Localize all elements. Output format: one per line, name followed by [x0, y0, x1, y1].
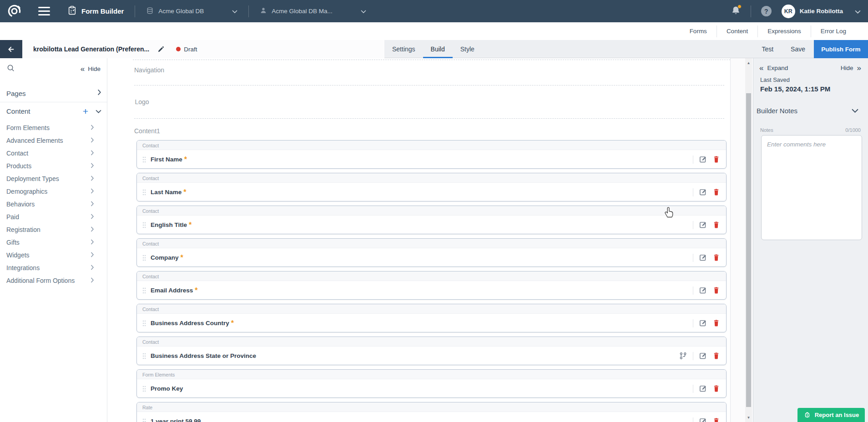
- profile-database-selector[interactable]: Acme Global DB Ma...: [260, 7, 366, 15]
- drag-handle-icon[interactable]: [142, 386, 146, 392]
- form-field-card[interactable]: Contact First Name *: [136, 140, 727, 169]
- form-field-card[interactable]: Form Elements Promo Key: [136, 369, 727, 398]
- omeda-logo-icon[interactable]: [6, 4, 22, 19]
- delete-field-button[interactable]: [713, 188, 720, 196]
- edit-field-button[interactable]: [699, 156, 707, 163]
- sidebar-section-pages[interactable]: Pages: [0, 85, 107, 102]
- delete-field-button[interactable]: [713, 352, 720, 360]
- drag-handle-icon[interactable]: [142, 287, 146, 294]
- sidebar-category-item[interactable]: Integrations: [0, 261, 107, 274]
- drag-handle-icon[interactable]: [142, 222, 146, 228]
- drag-handle-icon[interactable]: [142, 255, 146, 261]
- sidebar-hide-label: Hide: [88, 65, 101, 72]
- links-bar-link[interactable]: Error Log: [811, 25, 856, 37]
- required-asterisk: *: [231, 319, 234, 327]
- save-button[interactable]: Save: [782, 40, 814, 58]
- sidebar-category-item[interactable]: Form Elements: [0, 121, 107, 134]
- product-brand: Form Builder: [67, 5, 124, 17]
- links-bar-link[interactable]: Expressions: [757, 25, 811, 37]
- form-field-card[interactable]: Contact Business Address Country *: [136, 304, 727, 332]
- report-an-issue-button[interactable]: Report an Issue: [797, 408, 865, 422]
- sidebar-category-item[interactable]: Advanced Elements: [0, 134, 107, 147]
- form-field-card[interactable]: Contact English Title *: [136, 206, 727, 234]
- edit-field-button[interactable]: [699, 417, 707, 422]
- builder-tab[interactable]: Style: [453, 40, 482, 58]
- field-category-label: Contact: [137, 206, 726, 216]
- form-field-card[interactable]: Contact Company *: [136, 238, 727, 267]
- chevron-down-icon[interactable]: [855, 7, 861, 15]
- user-menu[interactable]: Katie Robilotta: [800, 8, 843, 15]
- sidebar-category-item[interactable]: Contact: [0, 147, 107, 160]
- edit-field-button[interactable]: [699, 254, 707, 261]
- notes-textarea[interactable]: [761, 135, 862, 240]
- hamburger-menu-icon[interactable]: [38, 7, 50, 15]
- edit-field-button[interactable]: [699, 352, 707, 360]
- drag-handle-icon[interactable]: [142, 156, 146, 163]
- add-content-icon[interactable]: +: [83, 106, 88, 116]
- test-button[interactable]: Test: [753, 40, 782, 58]
- collapse-double-chevron-icon: «: [759, 64, 763, 72]
- sidebar-category-item[interactable]: Products: [0, 160, 107, 172]
- field-row: 1 year print 59.99: [137, 412, 726, 422]
- vertical-scrollbar[interactable]: ▲ ▼: [745, 58, 752, 422]
- edit-field-button[interactable]: [699, 221, 707, 229]
- sidebar-section-content[interactable]: Content +: [0, 102, 107, 120]
- builder-tab[interactable]: Build: [423, 40, 453, 58]
- sidebar-hide-toggle[interactable]: « Hide: [81, 65, 101, 73]
- sidebar-category-item[interactable]: Demographics: [0, 185, 107, 198]
- links-bar-link[interactable]: Forms: [680, 25, 717, 37]
- edit-title-pencil-icon[interactable]: [157, 46, 164, 53]
- required-asterisk: *: [184, 156, 187, 164]
- chevron-down-icon[interactable]: [96, 107, 101, 115]
- links-bar-link[interactable]: Content: [717, 25, 757, 37]
- delete-field-button[interactable]: [713, 221, 720, 229]
- sidebar-category-item[interactable]: Additional Form Options: [0, 274, 107, 287]
- chevron-down-icon: [852, 106, 858, 115]
- drag-handle-icon[interactable]: [142, 418, 146, 422]
- form-field-card[interactable]: Contact Last Name *: [136, 173, 727, 201]
- search-icon[interactable]: [7, 64, 15, 74]
- builder-notes-header[interactable]: Builder Notes: [757, 106, 858, 115]
- chevron-right-icon: [91, 187, 94, 196]
- panel-expand-toggle[interactable]: « Expand: [759, 64, 788, 72]
- scrollbar-thumb[interactable]: [746, 93, 751, 407]
- form-field-card[interactable]: Rate 1 year print 59.99: [136, 402, 727, 422]
- actions-divider: [693, 352, 693, 360]
- branch-logic-button[interactable]: [679, 352, 687, 360]
- delete-field-button[interactable]: [713, 254, 720, 261]
- edit-field-button[interactable]: [699, 385, 707, 392]
- edit-field-button[interactable]: [699, 188, 707, 196]
- content-category-list: Form Elements Advanced Elements Contact: [0, 121, 107, 287]
- sidebar-category-item[interactable]: Paid: [0, 211, 107, 223]
- edit-field-button[interactable]: [699, 286, 707, 294]
- avatar[interactable]: KR: [782, 5, 795, 18]
- edit-field-button[interactable]: [699, 319, 707, 327]
- notifications-bell-icon[interactable]: [731, 5, 741, 17]
- delete-field-button[interactable]: [713, 156, 720, 163]
- delete-field-button[interactable]: [713, 417, 720, 422]
- sidebar-category-item[interactable]: Behaviors: [0, 198, 107, 211]
- drag-handle-icon[interactable]: [142, 320, 146, 327]
- database-selector[interactable]: Acme Global DB: [146, 7, 237, 16]
- sidebar-category-item[interactable]: Registration: [0, 223, 107, 236]
- person-icon: [260, 7, 267, 15]
- delete-field-button[interactable]: [713, 319, 720, 327]
- publish-form-button[interactable]: Publish Form: [814, 40, 868, 58]
- drag-handle-icon[interactable]: [142, 353, 146, 359]
- product-title: Form Builder: [81, 7, 124, 15]
- drag-handle-icon[interactable]: [142, 189, 146, 196]
- help-icon[interactable]: ?: [761, 6, 772, 16]
- sidebar-category-item[interactable]: Deployment Types: [0, 172, 107, 185]
- navigation-section-label: Navigation: [134, 66, 730, 74]
- form-field-card[interactable]: Contact Business Address State or Provin…: [136, 337, 727, 365]
- scroll-down-arrow[interactable]: ▼: [745, 414, 752, 421]
- sidebar-category-item[interactable]: Gifts: [0, 236, 107, 249]
- builder-tab[interactable]: Settings: [384, 40, 423, 58]
- scroll-up-arrow[interactable]: ▲: [745, 59, 752, 66]
- delete-field-button[interactable]: [713, 286, 720, 294]
- sidebar-category-item[interactable]: Widgets: [0, 249, 107, 261]
- panel-hide-toggle[interactable]: Hide »: [841, 64, 861, 72]
- form-field-card[interactable]: Contact Email Address *: [136, 271, 727, 300]
- back-button[interactable]: [0, 40, 22, 58]
- delete-field-button[interactable]: [713, 385, 720, 392]
